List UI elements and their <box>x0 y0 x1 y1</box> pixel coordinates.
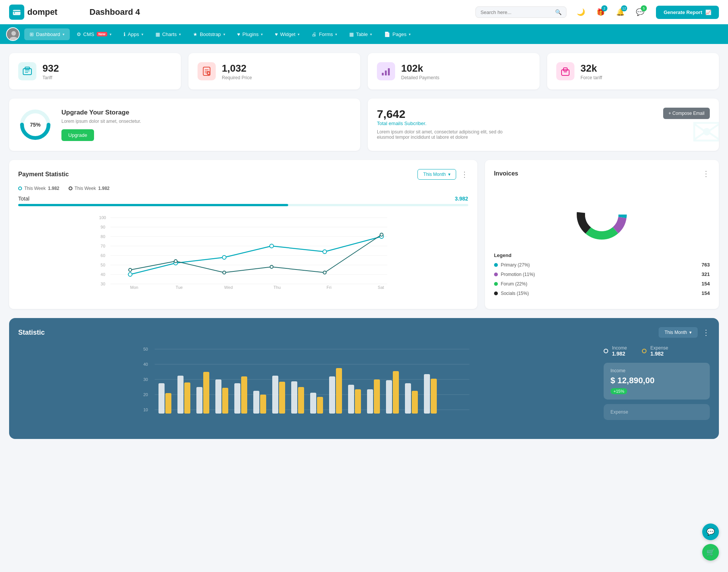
payment-row: Payment Statistic This Month ▾ ⋮ This We… <box>9 160 719 309</box>
statistic-month-filter[interactable]: This Month ▾ <box>659 327 698 338</box>
email-bg-icon: ✉ <box>691 110 719 151</box>
detailed-payments-value: 102k <box>401 63 439 74</box>
detailed-payments-icon <box>377 62 395 80</box>
required-price-icon <box>198 62 216 80</box>
svg-rect-85 <box>272 376 278 414</box>
svg-text:40: 40 <box>143 362 148 367</box>
chat-btn[interactable]: 💬 5 <box>633 5 647 19</box>
svg-text:40: 40 <box>100 272 105 277</box>
svg-text:Wed: Wed <box>224 285 232 290</box>
chevron-down-icon: ▾ <box>261 32 263 36</box>
more-options-btn[interactable]: ⋮ <box>461 170 468 179</box>
svg-point-56 <box>323 271 326 274</box>
svg-rect-95 <box>367 389 373 414</box>
this-month-filter[interactable]: This Month ▾ <box>417 169 456 180</box>
svg-point-50 <box>323 250 326 254</box>
svg-point-3 <box>11 31 16 36</box>
chevron-down-icon: ▾ <box>110 32 111 36</box>
chart-filters: This Month ▾ ⋮ <box>417 169 468 180</box>
svg-text:Tue: Tue <box>176 285 183 290</box>
legend-item-2: This Week 1.982 <box>69 186 110 191</box>
income-item: Income 1.982 <box>604 345 627 357</box>
svg-rect-97 <box>386 380 392 414</box>
svg-rect-79 <box>215 379 221 414</box>
svg-rect-96 <box>374 379 380 414</box>
svg-rect-86 <box>279 382 285 414</box>
svg-text:30: 30 <box>143 377 148 382</box>
navbar-item-table[interactable]: ▦ Table ▾ <box>344 28 377 40</box>
svg-rect-84 <box>260 395 266 414</box>
navbar: ⊞ Dashboard ▾ ⚙ CMS New ▾ ℹ Apps ▾ ▦ Cha… <box>0 24 728 44</box>
svg-rect-78 <box>203 372 209 414</box>
plugins-icon: ♥ <box>237 31 240 37</box>
total-label: Total <box>18 196 30 202</box>
svg-text:100: 100 <box>99 215 106 220</box>
navbar-item-cms[interactable]: ⚙ CMS New ▾ <box>71 28 117 40</box>
income-box: Income $ 12,890,00 +15% <box>604 363 710 400</box>
bar-chart-svg: 50 40 30 20 10 <box>18 345 595 429</box>
navbar-item-dashboard[interactable]: ⊞ Dashboard ▾ <box>24 28 70 40</box>
svg-point-49 <box>270 244 273 248</box>
force-tariff-value: 32k <box>581 63 602 74</box>
pages-icon: 📄 <box>384 31 390 37</box>
svg-text:Sat: Sat <box>378 285 384 290</box>
svg-rect-94 <box>355 389 361 414</box>
svg-rect-87 <box>291 381 297 414</box>
storage-title: Upgrade Your Storage <box>61 109 141 116</box>
logo-area: dompet <box>9 5 77 20</box>
chevron-down-icon: ▾ <box>179 32 181 36</box>
navbar-item-widget[interactable]: ♥ Widget ▾ <box>270 28 305 40</box>
invoice-donut-svg <box>571 184 632 245</box>
theme-toggle-btn[interactable]: 🌙 <box>574 5 588 19</box>
cms-icon: ⚙ <box>77 31 81 37</box>
invoice-more-btn[interactable]: ⋮ <box>702 169 710 178</box>
legend-row: This Week 1.982 This Week 1.982 <box>18 186 468 191</box>
total-value: 3.982 <box>455 196 468 202</box>
force-tariff-label: Force tariff <box>581 75 602 80</box>
svg-text:20: 20 <box>143 392 148 397</box>
navbar-item-apps[interactable]: ℹ Apps ▾ <box>118 28 149 40</box>
navbar-item-pages[interactable]: 📄 Pages ▾ <box>379 28 416 40</box>
svg-text:90: 90 <box>100 225 105 229</box>
gift-btn[interactable]: 🎁 2 <box>594 5 607 19</box>
svg-rect-16 <box>382 73 384 75</box>
search-input[interactable] <box>480 9 552 15</box>
stat-card-force-tariff: 32k Force tariff <box>547 53 719 89</box>
chevron-down-icon: ▾ <box>298 32 300 36</box>
detailed-payments-label: Detailed Payments <box>401 75 439 80</box>
svg-point-48 <box>222 255 226 259</box>
svg-rect-102 <box>431 379 437 414</box>
search-box[interactable]: 🔍 <box>475 6 566 18</box>
navbar-item-bootstrap[interactable]: ★ Bootstrap ▾ <box>188 28 231 40</box>
tariff-value: 932 <box>42 63 59 74</box>
bell-btn[interactable]: 🔔 12 <box>613 5 627 19</box>
svg-rect-101 <box>424 374 430 414</box>
svg-rect-98 <box>393 371 399 414</box>
chevron-down-icon: ▾ <box>223 32 225 36</box>
navbar-item-plugins[interactable]: ♥ Plugins ▾ <box>232 28 268 40</box>
statistic-more-btn[interactable]: ⋮ <box>702 328 710 337</box>
navbar-item-charts[interactable]: ▦ Charts ▾ <box>150 28 186 40</box>
apps-icon: ℹ <box>124 31 126 37</box>
upgrade-button[interactable]: Upgrade <box>61 129 94 141</box>
storage-card: 75% Upgrade Your Storage Lorem ipsum dol… <box>9 99 360 151</box>
invoice-legend-title: Legend <box>494 252 710 258</box>
line-chart-line2 <box>130 235 381 273</box>
navbar-item-forms[interactable]: 🖨 Forms ▾ <box>306 28 342 40</box>
generate-report-button[interactable]: Generate Report 📈 <box>656 6 719 19</box>
chevron-down-icon: ▾ <box>370 32 372 36</box>
email-card-top: 7,642 Total emails Subcriber. Lorem ipsu… <box>377 108 710 140</box>
stat-card-detailed-payments: 102k Detailed Payments <box>368 53 540 89</box>
topbar: dompet Dashboard 4 🔍 🌙 🎁 2 🔔 12 💬 5 Gene… <box>0 0 728 24</box>
svg-rect-80 <box>222 388 228 414</box>
svg-point-54 <box>223 271 226 274</box>
chart-title: Payment Statistic <box>18 171 69 178</box>
page-title: Dashboard 4 <box>89 7 475 17</box>
stat-cards-row: 932 Tariff 1,032 Required Price 102k Det… <box>9 53 719 89</box>
svg-text:30: 30 <box>100 282 105 286</box>
legend-primary: Primary (27%) 763 <box>494 262 710 268</box>
primary-dot <box>494 263 498 267</box>
bell-badge: 12 <box>621 5 627 11</box>
bar-chart-area: 50 40 30 20 10 <box>18 345 595 430</box>
income-badge: +15% <box>610 388 627 394</box>
